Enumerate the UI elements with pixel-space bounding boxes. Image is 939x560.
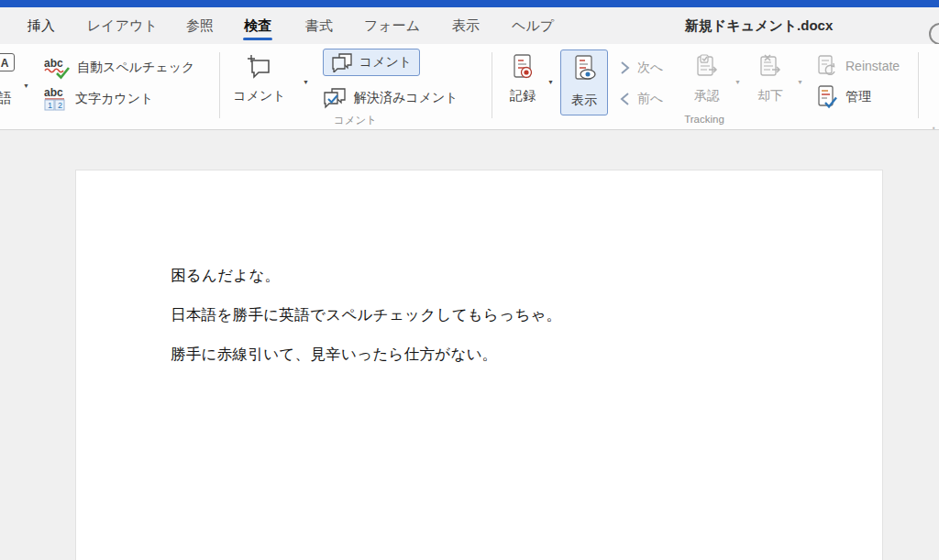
title-strip xyxy=(0,0,939,7)
word-count-button[interactable]: abc 1 2 文字カウント xyxy=(44,86,153,112)
show-comments-toggle[interactable]: コメント xyxy=(323,49,420,76)
svg-text:abc: abc xyxy=(44,57,63,70)
chevron-down-icon[interactable]: ▼ xyxy=(303,79,309,86)
show-comments-label: コメント xyxy=(359,54,412,71)
add-comment-button[interactable]: コメント xyxy=(225,49,294,110)
paragraph[interactable]: 困るんだよな。 xyxy=(171,266,845,284)
previous-change-label: 前へ xyxy=(637,91,663,107)
chevron-down-icon[interactable]: ▼ xyxy=(797,79,803,86)
resolved-comments-icon xyxy=(323,87,347,109)
dictionary-language-icon[interactable]: A xyxy=(0,53,15,71)
previous-change-button[interactable]: 前へ xyxy=(620,86,663,112)
chevron-right-icon xyxy=(620,60,630,75)
ribbon-tab-bar: 挿入 レイアウト 参照 検査 書式 フォーム 表示 ヘルプ 新規ドキュメント.d… xyxy=(0,7,939,44)
manage-changes-label: 管理 xyxy=(845,89,871,105)
paragraph[interactable]: 勝手に赤線引いて、見辛いったら仕方がない。 xyxy=(171,345,845,363)
tab-references[interactable]: 参照 xyxy=(186,7,214,44)
track-changes-label: 記録 xyxy=(510,88,536,104)
document-text: 困るんだよな。 日本語を勝手に英語でスペルチェックしてもらっちゃ。 勝手に赤線引… xyxy=(171,266,845,384)
divider xyxy=(492,52,492,118)
add-comment-label: コメント xyxy=(233,88,285,104)
tab-view[interactable]: 表示 xyxy=(452,7,480,44)
reject-change-button[interactable]: 却下 xyxy=(750,49,790,110)
manage-changes-icon xyxy=(816,84,838,110)
user-avatar-icon[interactable] xyxy=(929,23,939,45)
chevron-left-icon xyxy=(620,92,630,106)
spellcheck-icon: abc xyxy=(44,56,70,80)
manage-changes-button[interactable]: 管理 xyxy=(816,84,871,110)
accept-change-label: 承認 xyxy=(694,88,720,104)
divider xyxy=(918,52,919,118)
display-changes-toggle[interactable]: 表示 xyxy=(560,49,608,115)
track-changes-icon xyxy=(511,53,535,81)
document-area: 困るんだよな。 日本語を勝手に英語でスペルチェックしてもらっちゃ。 勝手に赤線引… xyxy=(0,130,939,560)
word-count-label: 文字カウント xyxy=(75,91,153,107)
track-changes-button[interactable]: 記録 xyxy=(501,49,545,110)
paragraph[interactable]: 日本語を勝手に英語でスペルチェックしてもらっちゃ。 xyxy=(171,305,845,324)
reject-change-icon xyxy=(757,53,784,81)
auto-spellcheck-button[interactable]: abc 自動スペルチェック xyxy=(44,55,194,81)
tab-review[interactable]: 検査 xyxy=(244,7,271,44)
next-change-label: 次へ xyxy=(637,60,663,76)
auto-spellcheck-label: 自動スペルチェック xyxy=(77,60,194,76)
reject-change-label: 却下 xyxy=(757,88,783,104)
reinstate-label: Reinstate xyxy=(845,59,900,73)
svg-text:2: 2 xyxy=(58,101,62,110)
app-window: 挿入 レイアウト 参照 検査 書式 フォーム 表示 ヘルプ 新規ドキュメント.d… xyxy=(0,0,939,560)
word-count-icon: abc 1 2 xyxy=(44,87,68,111)
display-changes-icon xyxy=(572,54,597,83)
comments-group-label: コメント xyxy=(219,114,492,127)
svg-text:1: 1 xyxy=(48,101,52,110)
comments-icon xyxy=(331,52,353,72)
divider xyxy=(219,52,220,118)
document-title: 新規ドキュメント.docx xyxy=(685,7,833,44)
resolved-comments-button[interactable]: 解決済みコメント xyxy=(323,85,458,111)
accept-change-icon xyxy=(693,53,721,81)
accept-change-button[interactable]: 承認 xyxy=(686,49,728,110)
document-page[interactable]: 困るんだよな。 日本語を勝手に英語でスペルチェックしてもらっちゃ。 勝手に赤線引… xyxy=(75,170,883,560)
resolved-comments-label: 解決済みコメント xyxy=(354,90,458,106)
svg-text:abc: abc xyxy=(44,87,63,99)
tab-format[interactable]: 書式 xyxy=(305,7,333,44)
chevron-down-icon[interactable]: ▼ xyxy=(735,79,741,86)
chevron-down-icon[interactable]: ▼ xyxy=(23,82,29,90)
tracking-group-label: Tracking xyxy=(492,114,917,125)
chevron-down-icon[interactable]: ▼ xyxy=(547,79,554,86)
dictionary-language-button[interactable]: 語 xyxy=(0,90,12,107)
tab-layout[interactable]: レイアウト xyxy=(87,7,158,44)
reinstate-icon xyxy=(816,54,838,78)
tab-forms[interactable]: フォーム xyxy=(364,7,420,44)
reinstate-button[interactable]: Reinstate xyxy=(816,53,900,79)
tab-insert[interactable]: 挿入 xyxy=(28,7,55,44)
add-comment-icon xyxy=(246,53,273,81)
tab-help[interactable]: ヘルプ xyxy=(512,7,554,44)
ribbon-toolbar: A 語 ▼ abc 自動スペルチェック abc 1 xyxy=(0,44,939,130)
display-changes-label: 表示 xyxy=(571,93,597,109)
next-change-button[interactable]: 次へ xyxy=(620,55,663,81)
